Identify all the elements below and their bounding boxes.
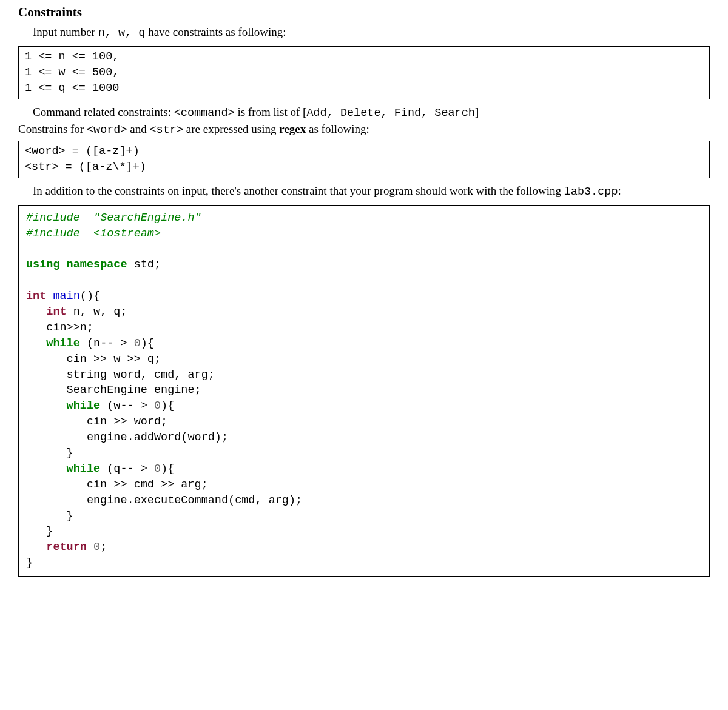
code-listing: #include "SearchEngine.h" #include <iost… <box>18 205 710 577</box>
code-l1b: "SearchEngine.h" <box>87 212 201 224</box>
additional-constraint-paragraph: In addition to the constraints on input,… <box>18 183 710 200</box>
code-l15c: 0 <box>154 463 161 475</box>
command-tag: <command> <box>174 107 235 119</box>
code-l2a: #include <box>26 227 87 240</box>
constr2-mid: are expressed using <box>183 122 279 135</box>
code-l9: string word, cmd, arg; <box>26 369 215 381</box>
code-l8: cin >> w >> q; <box>26 353 161 366</box>
code-l12: cin >> word; <box>26 415 167 428</box>
command-list: Add, Delete, Find, Search <box>306 107 475 119</box>
code-l20b: 0 <box>87 541 100 554</box>
constr2-post: as following: <box>306 122 369 135</box>
constraints-box-1: 1 <= n <= 100, 1 <= w <= 500, 1 <= q <= … <box>18 46 710 99</box>
constr2-and: and <box>127 122 150 135</box>
addl-2: : <box>618 184 621 197</box>
intro-vars: n, w, q <box>98 27 146 39</box>
code-l4c: (){ <box>80 290 100 303</box>
intro-post: have constraints as following: <box>145 25 286 38</box>
code-l5b: n, w, q; <box>67 306 127 318</box>
code-l1a: #include <box>26 212 87 224</box>
code-l20a: return <box>26 541 87 554</box>
code-l5a: int <box>26 306 67 318</box>
code-l13: engine.addWord(word); <box>26 431 228 444</box>
code-l18: } <box>26 510 73 523</box>
code-l7a: while <box>26 337 80 350</box>
code-l17: engine.executeCommand(cmd, arg); <box>26 494 302 507</box>
code-l11d: ){ <box>161 400 174 412</box>
command-constraints-paragraph: Command related constraints: <command> i… <box>18 104 710 138</box>
lab3-filename: lab3.cpp <box>564 186 618 198</box>
code-l11a: while <box>26 400 100 412</box>
code-l7d: ){ <box>141 337 154 350</box>
code-l10: SearchEngine engine; <box>26 384 201 397</box>
code-l19: } <box>26 525 53 538</box>
intro-pre: Input number <box>33 25 98 38</box>
code-l16: cin >> cmd >> arg; <box>26 478 208 491</box>
code-l11c: 0 <box>154 400 161 412</box>
str-tag: <str> <box>150 124 184 136</box>
section-title: Constraints <box>18 4 710 21</box>
code-l15a: while <box>26 463 100 475</box>
code-l7c: 0 <box>134 337 141 350</box>
code-l6: cin>>n; <box>26 321 93 334</box>
cmd-post: ] <box>475 105 479 118</box>
code-l4a: int <box>26 290 46 303</box>
code-l15b: (q-- > <box>100 463 154 475</box>
addl-1: In addition to the constraints on input,… <box>33 184 564 197</box>
code-l11b: (w-- > <box>100 400 154 412</box>
regex-word: regex <box>279 122 306 135</box>
code-l3c: std; <box>127 258 161 271</box>
code-l7b: (n-- > <box>80 337 134 350</box>
intro-paragraph: Input number n, w, q have constraints as… <box>18 24 710 41</box>
constraints-box-2: <word> = ([a-z]+) <str> = ([a-z\*]+) <box>18 141 710 178</box>
code-l4b: main <box>46 290 80 303</box>
constr2-pre: Constrains for <box>18 122 87 135</box>
word-tag: <word> <box>87 124 127 136</box>
code-l14: } <box>26 447 73 460</box>
cmd-pre: Command related constraints: <box>33 105 174 118</box>
code-l2b: <iostream> <box>87 227 161 240</box>
code-l15d: ){ <box>161 463 174 475</box>
code-l3a: using <box>26 258 60 271</box>
cmd-mid: is from list of [ <box>235 105 307 118</box>
code-l21: } <box>26 557 33 569</box>
code-l3b: namespace <box>60 258 127 271</box>
code-l20c: ; <box>100 541 107 554</box>
